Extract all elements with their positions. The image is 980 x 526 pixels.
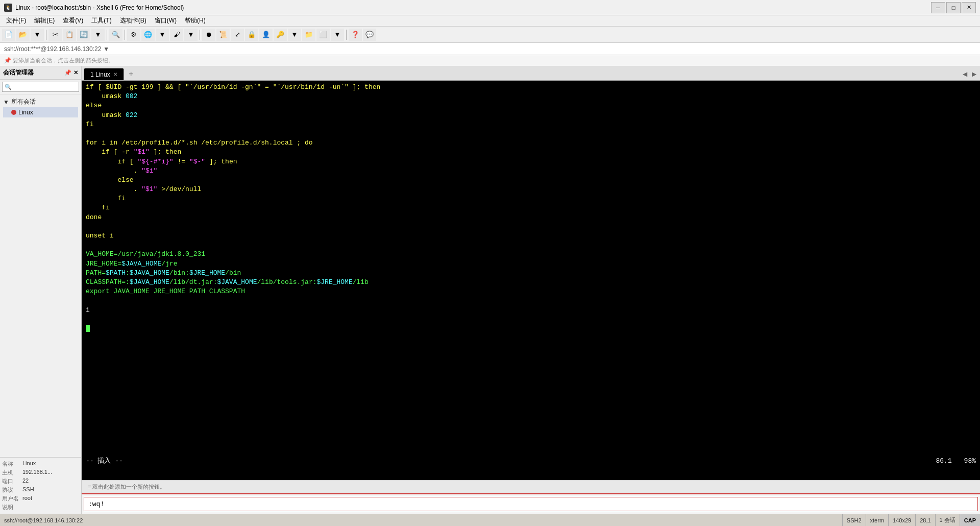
term-text-part: $JRE_HOME <box>189 269 225 277</box>
sidebar-header: 会话管理器 📌 ✕ <box>0 66 81 80</box>
search-button[interactable]: 🔍 <box>109 29 122 41</box>
tabs-bar: 1 Linux ✕ + ◀ ▶ <box>82 66 980 81</box>
tab-add-button[interactable]: + <box>125 68 137 80</box>
lock-button[interactable]: 🔒 <box>245 29 258 41</box>
term-text-part: $JAVA_HOME <box>217 278 257 286</box>
app-icon: 🐧 <box>4 4 12 12</box>
term-text-part: ]; then <box>205 158 237 165</box>
globe-button[interactable]: 🌐 <box>141 29 155 41</box>
tree-group-all: ▼ 所有会话 Linux <box>0 94 81 119</box>
prop-row-host: 主机 192.168.1... <box>2 468 79 477</box>
term-text-part: done <box>86 213 102 221</box>
term-text-part: "$i" <box>134 148 150 156</box>
maximize-button[interactable]: □ <box>946 2 961 13</box>
separator-2 <box>107 30 107 40</box>
term-line-19: JRE_HOME=$JAVA_HOME/jre <box>86 259 976 269</box>
info-button[interactable]: 💬 <box>363 29 376 41</box>
mode-text: -- 插入 -- <box>86 457 123 465</box>
script-button[interactable]: 📜 <box>216 29 230 41</box>
prop-value-host: 192.168.1... <box>22 469 52 476</box>
new-button[interactable]: 📄 <box>2 29 15 41</box>
term-line-20: PATH=$PATH:$JAVA_HOME/bin:$JRE_HOME/bin <box>86 269 976 278</box>
prop-label-protocol: 协议 <box>2 486 20 494</box>
term-text-part: VA_HOME=/usr/java/jdk1.8.0_231 <box>86 250 205 258</box>
copy-button[interactable]: 📋 <box>63 29 76 41</box>
record-button[interactable]: ⏺ <box>202 29 215 41</box>
address-dropdown-icon[interactable]: ▼ <box>103 45 109 53</box>
dropdown2-button[interactable]: ▼ <box>91 29 105 41</box>
term-line-12: fi <box>86 194 976 203</box>
sidebar-close-button[interactable]: ✕ <box>74 69 78 76</box>
open-button[interactable]: 📂 <box>16 29 30 41</box>
dropdown3-button[interactable]: ▼ <box>184 29 198 41</box>
term-text-part: "$i" <box>141 185 157 193</box>
title-bar-left: 🐧 Linux - root@localhost:/sbin - Xshell … <box>4 4 184 12</box>
status-bar: ssh://root@192.168.146.130:22 SSH2xterm1… <box>0 514 980 526</box>
minimize-button[interactable]: ─ <box>931 2 945 13</box>
dropdown4-button[interactable]: ▼ <box>331 29 344 41</box>
menu-item-f[interactable]: 文件(F) <box>2 15 30 26</box>
menu-item-e[interactable]: 编辑(E) <box>30 15 59 26</box>
term-text-part: /lib <box>353 278 369 286</box>
cut-button[interactable]: ✂ <box>48 29 62 41</box>
term-text-part: : <box>126 269 130 277</box>
sidebar-header-controls: 📌 ✕ <box>64 69 78 76</box>
prop-row-protocol: 协议 SSH <box>2 486 79 494</box>
sidebar-item-linux[interactable]: Linux <box>3 107 78 117</box>
term-text-part: $JAVA_HOME <box>130 269 169 277</box>
tabs-nav-left[interactable]: ◀ <box>961 68 969 80</box>
term-text-part: . <box>86 185 141 193</box>
term-line-15 <box>86 222 976 231</box>
sidebar-pin-button[interactable]: 📌 <box>64 69 71 76</box>
brush-button[interactable]: 🖌 <box>170 29 183 41</box>
help-button[interactable]: ❓ <box>349 29 362 41</box>
term-text-part: /jre <box>161 260 177 268</box>
menu-item-b[interactable]: 选项卡(B) <box>116 15 151 26</box>
term-text-part: for i in /etc/profile.d/*.sh /etc/profil… <box>86 139 313 147</box>
dropdown-button[interactable]: ▼ <box>31 29 44 41</box>
sidebar-title: 会话管理器 <box>3 68 34 77</box>
tree-group-label[interactable]: ▼ 所有会话 <box>3 97 78 107</box>
terminal[interactable]: if [ $UID -gt 199 ] && [ "`/usr/bin/id -… <box>82 81 980 480</box>
terminal-position: 86,1 98% <box>936 457 976 466</box>
tab-linux-close[interactable]: ✕ <box>113 71 117 77</box>
tree-group-text: 所有会话 <box>11 98 36 106</box>
prop-row-name: 名称 Linux <box>2 460 79 468</box>
toolbar: 📄 📂 ▼ ✂ 📋 🔄 ▼ 🔍 ⚙ 🌐 ▼ 🖌 ▼ ⏺ 📜 ⤢ 🔒 👤 🔑 ▼ … <box>0 27 980 43</box>
folder2-button[interactable]: 📁 <box>302 29 315 41</box>
terminal-cursor <box>86 325 90 332</box>
title-bar-controls: ─ □ ✕ <box>931 2 976 13</box>
sidebar-search-input[interactable] <box>2 82 79 92</box>
user-button[interactable]: 👤 <box>259 29 273 41</box>
term-line-24: i <box>86 306 976 315</box>
prop-label-username: 用户名 <box>2 495 20 503</box>
menu-item-h[interactable]: 帮助(H) <box>181 15 210 26</box>
menu-item-t[interactable]: 工具(T) <box>87 15 115 26</box>
menu-bar: 文件(F)编辑(E)查看(V)工具(T)选项卡(B)窗口(W)帮助(H) <box>0 15 980 27</box>
stop-button[interactable]: ⬜ <box>316 29 330 41</box>
globe-dropdown[interactable]: ▼ <box>156 29 169 41</box>
term-line-23 <box>86 296 976 305</box>
sidebar: 会话管理器 📌 ✕ ▼ 所有会话 Linux 名称 <box>0 66 82 514</box>
menu-item-v[interactable]: 查看(V) <box>59 15 87 26</box>
cmd-input[interactable] <box>84 497 978 511</box>
sidebar-tree: ▼ 所有会话 Linux <box>0 94 81 457</box>
expand-button[interactable]: ⤢ <box>231 29 244 41</box>
status-segment-140x29: 140x29 <box>888 514 915 527</box>
term-text-part: CLASSPATH=: <box>86 278 130 286</box>
prop-label-name: 名称 <box>2 460 20 468</box>
separator-3 <box>125 30 125 40</box>
menu-item-w[interactable]: 窗口(W) <box>151 15 181 26</box>
settings-button[interactable]: ⚙ <box>127 29 140 41</box>
prop-row-port: 端口 22 <box>2 477 79 486</box>
menu2-button[interactable]: ▼ <box>288 29 301 41</box>
term-text-part: 022 <box>126 111 137 119</box>
term-text-part: $PATH <box>106 269 126 277</box>
tab-linux[interactable]: 1 Linux ✕ <box>84 68 124 80</box>
key-button[interactable]: 🔑 <box>274 29 287 41</box>
prop-label-host: 主机 <box>2 469 20 476</box>
tabs-nav-right[interactable]: ▶ <box>970 68 978 80</box>
close-button[interactable]: ✕ <box>962 2 976 13</box>
refresh-button[interactable]: 🔄 <box>77 29 90 41</box>
term-line-3: umask 022 <box>86 111 976 120</box>
